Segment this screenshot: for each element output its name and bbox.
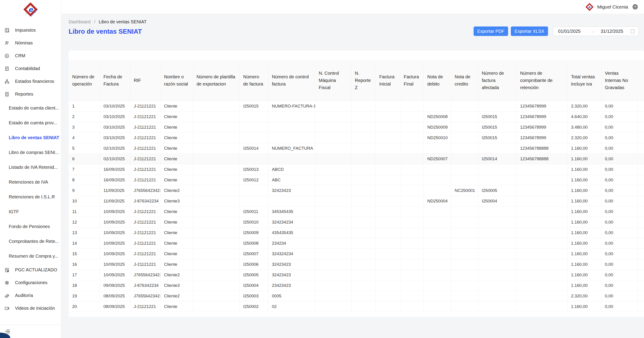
sidebar-item-fondo-de-pensiones[interactable]: Fondo de Pensiones [0, 219, 61, 234]
table-cell [478, 238, 516, 248]
table-cell [638, 111, 644, 122]
table-cell: NUMERO_FACTURA [268, 143, 315, 154]
table-cell [638, 101, 644, 111]
table-cell [193, 185, 240, 196]
table-cell: 12345678999 [516, 101, 567, 111]
table-cell [478, 164, 516, 175]
table-cell: 1.160,00 [567, 217, 601, 227]
sidebar-item-label: Nóminas [15, 40, 33, 46]
sidebar-item-retenciones-de-iva[interactable]: Retenciones de IVA [0, 175, 61, 189]
table-cell [240, 154, 268, 164]
table-cell: 0,00 [601, 111, 638, 122]
table-cell: 0,00 [601, 164, 638, 175]
table-cell [351, 259, 376, 269]
table-row: 403/10/2025J-21121221ClienteND250010I250… [68, 132, 644, 143]
table-cell [638, 122, 644, 132]
user-menu[interactable]: e Miguel Cicenia [586, 3, 628, 11]
sidebar-item-crm[interactable]: CRM [0, 49, 61, 62]
table-cell [424, 164, 451, 175]
table-cell [193, 269, 240, 280]
table-row: 1710/09/2025J765564234234Cliente2I250005… [68, 269, 644, 280]
table-cell: 0,00 [601, 154, 638, 164]
table-row: 716/09/2025J-21121221ClienteI250013ABCD1… [68, 164, 644, 175]
table-cell: 12345678999 [516, 132, 567, 143]
table-cell: I250012 [240, 175, 268, 185]
date-range-picker[interactable]: 01/01/2025 → 31/12/2025 [553, 27, 638, 36]
table-cell [193, 280, 240, 291]
table-row: 1610/09/2025J-21121221ClienteI2500063242… [68, 259, 644, 269]
sidebar-item-comprobantes-de-rete[interactable]: Comprobantes de Rete... [0, 234, 61, 249]
table-body: 103/10/2025J-21121221ClienteI250015NUMER… [68, 101, 644, 312]
table-cell [400, 101, 424, 111]
sidebar-item-listado-de-iva-retenid[interactable]: Listado de IVA Retenid... [0, 160, 61, 175]
sidebar-item-nominas[interactable]: Nóminas [0, 37, 61, 49]
sidebar-item-libro-de-ventas-seniat[interactable]: Libro de ventas SENIAT [0, 130, 61, 145]
export-xlsx-button[interactable]: Exportar XLSX [511, 27, 548, 36]
sidebar-item-configuraciones[interactable]: Configuraciones [0, 276, 61, 289]
table-cell [351, 185, 376, 196]
table-cell: 1.160,00 [567, 238, 601, 248]
table-cell [424, 206, 451, 217]
sales-table: Número de operaciónFecha de FacturaRIFNo… [68, 60, 644, 312]
table-cell: Cliente [160, 259, 193, 269]
table-cell [193, 175, 240, 185]
table-cell [351, 301, 376, 312]
table-row: 2008/09/2025J-21121221ClienteI250002021.… [68, 301, 644, 312]
column-header-numero-de-control-factura: Número de control factura [268, 60, 315, 101]
sidebar-item-estado-de-cuenta-prov[interactable]: Estado de cuenta prov... [0, 115, 61, 130]
sidebar-item-resumen-de-compra-y[interactable]: Resumen de Compra y... [0, 249, 61, 263]
table-cell [424, 143, 451, 154]
table-row: 1908/09/2025J765564234234Cliente2I250003… [68, 291, 644, 301]
table-cell [400, 269, 424, 280]
table-cell: 13 [68, 227, 100, 238]
column-header-nota-de-credito: Nota de credito [451, 60, 478, 101]
table-cell [400, 143, 424, 154]
table-cell: ND250004 [424, 196, 451, 206]
table-cell [376, 164, 400, 175]
table-cell: J765564234234 [130, 185, 160, 196]
sidebar-item-reportes[interactable]: Reportes [0, 88, 61, 101]
table-cell [516, 248, 567, 259]
table-cell: J-21121221 [130, 132, 160, 143]
table-cell [638, 175, 644, 185]
column-header-numero-de-plantilla-de-exportacion: Número de plantilla de exportacion [193, 60, 240, 101]
language-globe-icon[interactable] [632, 4, 638, 10]
sidebar-item-label: Comprobantes de Rete... [9, 239, 59, 244]
sidebar-item-contabilidad[interactable]: Contabilidad [0, 62, 61, 75]
table-cell: 1.160,00 [567, 196, 601, 206]
date-end-value[interactable]: 31/12/2025 [601, 29, 630, 34]
sidebar-item-retenciones-de-i-s-l-r[interactable]: Retenciones de I.S.L.R [0, 189, 61, 204]
table-cell [516, 238, 567, 248]
table-cell [400, 206, 424, 217]
sidebar-item-libro-de-compras-seni[interactable]: Libro de compras SENI... [0, 145, 61, 160]
table-cell [376, 269, 400, 280]
sidebar-item-pgc-actualizado[interactable]: PGC ACTUALIZADO [0, 263, 61, 276]
table-cell: 11/09/2025 [100, 185, 130, 196]
breadcrumb-dashboard-link[interactable]: Dashboard [68, 19, 90, 24]
table-cell [315, 238, 351, 248]
sidebar-item-videos-de-iniciacion[interactable]: Videos de Iniciación [0, 302, 61, 315]
sidebar-item-auditoria[interactable]: Auditoría [0, 289, 61, 302]
table-cell: 0,00 [601, 301, 638, 312]
table-cell [638, 227, 644, 238]
table-cell [240, 122, 268, 132]
table-cell [451, 122, 478, 132]
sidebar-item-estados-financieros[interactable]: Estados financieros [0, 75, 61, 88]
date-start-value[interactable]: 01/01/2025 [558, 29, 580, 34]
export-pdf-button[interactable]: Exportar PDF [474, 27, 508, 36]
table-cell: I250004 [478, 196, 516, 206]
table-cell [451, 280, 478, 291]
table-cell [351, 154, 376, 164]
table-cell [351, 132, 376, 143]
sidebar-item-estado-de-cuenta-client[interactable]: Estado de cuenta client... [0, 101, 61, 115]
table-cell [516, 206, 567, 217]
sidebar-item-igtf[interactable]: IGTF [0, 204, 61, 219]
table-cell [351, 164, 376, 175]
table-cell: 3.480,00 [567, 122, 601, 132]
table-cell: 11 [68, 206, 100, 217]
sidebar-item-impuestos[interactable]: Impuestos [0, 24, 61, 37]
table-cell [193, 154, 240, 164]
table-cell [268, 122, 315, 132]
table-cell [315, 154, 351, 164]
table-cell: Cliente [160, 175, 193, 185]
